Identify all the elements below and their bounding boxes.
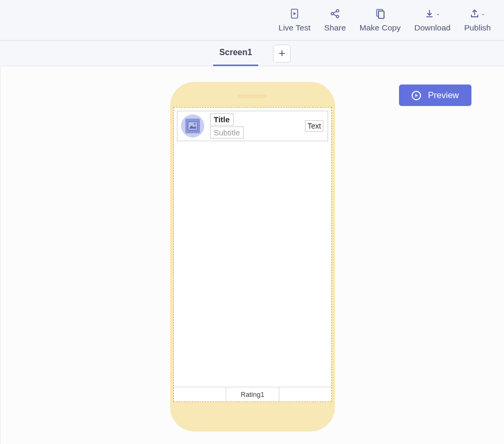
- image-placeholder-icon: [185, 119, 200, 133]
- device-screen[interactable]: Title Subtitle Text Rating1: [173, 107, 332, 402]
- list-item-subtitle-field[interactable]: Subtitle: [210, 126, 244, 139]
- svg-rect-12: [188, 122, 197, 130]
- live-test-button[interactable]: Live Test: [279, 8, 311, 33]
- chevron-down-icon: ⌄: [481, 10, 485, 16]
- copy-icon: [375, 8, 385, 19]
- svg-line-6: [333, 14, 337, 16]
- upload-icon: ⌄: [470, 8, 485, 19]
- svg-line-5: [333, 11, 337, 13]
- add-screen-button[interactable]: +: [273, 45, 291, 62]
- list-item-image-slot[interactable]: [177, 111, 208, 141]
- share-icon: [330, 8, 340, 19]
- share-label: Share: [324, 23, 345, 33]
- bottom-nav-label: Rating1: [241, 390, 265, 398]
- make-copy-button[interactable]: Make Copy: [360, 8, 401, 33]
- preview-label: Preview: [428, 90, 459, 100]
- svg-point-14: [194, 123, 195, 124]
- play-icon: [412, 91, 421, 100]
- bottom-nav-slot-1[interactable]: [174, 387, 226, 401]
- phone-play-icon: [290, 8, 299, 19]
- download-label: Download: [414, 23, 450, 33]
- list-item-component[interactable]: Title Subtitle Text: [177, 111, 328, 141]
- svg-point-4: [337, 15, 339, 18]
- device-speaker: [238, 94, 267, 98]
- list-item-text-slot: Title Subtitle: [208, 111, 302, 141]
- download-button[interactable]: ⌄ Download: [414, 8, 450, 33]
- plus-icon: +: [279, 47, 286, 60]
- bottom-nav-slot-2[interactable]: Rating1: [226, 387, 279, 401]
- publish-button[interactable]: ⌄ Publish: [464, 8, 491, 33]
- bottom-tab-navigator[interactable]: Rating1: [174, 387, 331, 401]
- designer-canvas: Preview T: [0, 66, 504, 444]
- tab-screen1[interactable]: Screen1: [213, 41, 258, 66]
- list-item-title-field[interactable]: Title: [210, 113, 234, 125]
- screen-tabs-bar: Screen1 +: [0, 41, 504, 66]
- publish-label: Publish: [464, 23, 491, 33]
- bottom-nav-slot-3[interactable]: [279, 387, 331, 401]
- svg-point-2: [337, 9, 339, 12]
- svg-point-3: [331, 12, 334, 15]
- top-toolbar: Live Test Share Make Copy: [0, 0, 504, 41]
- chevron-down-icon: ⌄: [436, 10, 440, 16]
- live-test-label: Live Test: [279, 23, 311, 33]
- list-item-text-field[interactable]: Text: [305, 120, 324, 132]
- device-frame: Title Subtitle Text Rating1: [170, 82, 335, 431]
- download-icon: ⌄: [425, 8, 440, 19]
- svg-marker-1: [293, 12, 296, 15]
- make-copy-label: Make Copy: [360, 23, 401, 33]
- preview-button[interactable]: Preview: [399, 84, 471, 106]
- share-button[interactable]: Share: [324, 8, 345, 33]
- list-item-right-slot: Text: [302, 111, 328, 141]
